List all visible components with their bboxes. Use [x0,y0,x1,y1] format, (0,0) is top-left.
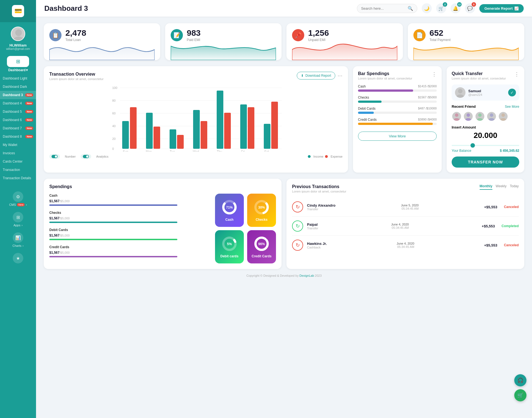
download-report-button[interactable]: ⬇ Download Report [297,72,335,80]
friend-avatar-1[interactable] [452,111,462,121]
sidebar-item-invoices[interactable]: Invoices [0,149,36,157]
arrow-right-icon: › [26,203,27,206]
chat-btn[interactable]: 💬 5 [465,3,475,13]
new-badge: New [25,127,33,130]
quick-transfer-card: Quick Transfer Lorem ipsum dolor sit ame… [447,66,524,173]
quick-transfer-title: Quick Transfer [452,71,506,76]
dashboard-icon-btn[interactable]: ⊞ [7,56,29,67]
contact-avatar [455,87,466,98]
tx-icon-canceled-1: ↻ [292,201,303,212]
svg-text:Wed: Wed [193,150,199,152]
total-loan-value: 2,478 [65,28,86,38]
floating-buttons: 🎧 🛒 [514,374,526,401]
sidebar-item-cards[interactable]: Cards Center [0,157,36,166]
transfer-now-button[interactable]: TRANSFER NOW [452,157,519,168]
tx-row-1: ↻ Cindy Alexandro Transfer June 5, 2020 … [292,198,519,217]
tab-weekly[interactable]: Weekly [496,184,507,190]
transaction-overview-card: Transaction Overview Lorem ipsum dolor s… [44,66,348,173]
total-payment-icon: 📄 [413,29,426,41]
cart-float-btn[interactable]: 🛒 [514,389,526,401]
donut-debit: 5% Debit cards [215,230,244,263]
sidebar-item-charts[interactable]: 📊 Charts › [0,230,36,250]
sidebar-item-dashboard7[interactable]: Dashboard 7 New [0,124,36,132]
gear-icon: ⚙ [13,191,23,202]
theme-toggle-btn[interactable]: 🌙 [422,3,432,13]
spending-bar-debit: Debit Cards $487 /$10000 [358,107,437,114]
download-icon: ⬇ [301,74,304,78]
amount-slider[interactable] [452,145,519,146]
tab-monthly[interactable]: Monthly [480,184,492,190]
sidebar-item-dashboard6[interactable]: Dashboard 6 New [0,116,36,124]
svg-rect-26 [240,104,247,149]
sidebar-logo[interactable]: 💳 [0,0,36,22]
dashboard-label[interactable]: Dashboard ▾ [8,68,28,72]
svg-point-38 [454,118,459,121]
svg-rect-31 [201,121,207,149]
friend-avatar-2[interactable] [463,111,473,121]
generate-report-button[interactable]: Generate Report 📈 [479,4,524,13]
tx-icon-canceled-3: ↻ [292,240,303,251]
svg-text:Tue: Tue [170,150,175,152]
svg-text:5%: 5% [227,242,232,246]
see-more-link[interactable]: See More [505,105,519,109]
tx-info-1: Cindy Alexandro Transfer [307,203,336,211]
shopping-cart-icon: 🛒 [517,392,523,398]
sidebar-item-dashboard3[interactable]: Dashboard 3 New [0,91,36,99]
tx-status-2: Completed [502,224,519,228]
bell-btn[interactable]: 🔔 12 [451,3,461,13]
svg-text:Thu: Thu [217,150,222,152]
more-options-icon[interactable]: ⋯ [337,73,342,79]
sidebar-item-wallet[interactable]: My Wallet [0,141,36,149]
spending-item-checks: Checks $1,567/$5,000 [49,211,209,223]
footer: Copyright © Designed & Developed by Dexi… [44,269,524,282]
sidebar-item-dashboard-light[interactable]: Dashboard Light [0,74,36,83]
insert-amount-label: Insert Amount [452,125,519,129]
footer-brand-link[interactable]: DexignLab [300,274,314,277]
cart-icon: 🛒 [438,6,444,11]
donut-checks: 30% Checks [247,194,276,227]
total-loan-icon: 📋 [49,29,62,41]
tx-row-2: ↻ Paipal Transfer June 4, 2020 05:34:45 … [292,217,519,236]
paid-emi-label: Paid EMI [187,38,201,42]
total-loan-label: Total Loan [65,38,86,42]
headset-icon: 🎧 [517,377,523,383]
friend-avatar-3[interactable] [475,111,485,121]
sidebar-item-dashboard-dark[interactable]: Dashboard Dark [0,83,36,91]
spendings-card: Spendings Cash $1,567/$5,000 Checks $1,5… [44,179,282,269]
analytics-toggle[interactable] [83,155,89,158]
friend-avatar-5[interactable] [498,111,508,121]
spending-bar-cash: Cash $1415 /$2000 [358,84,437,92]
tx-row-3: ↻ Hawkins Jr. Cashback June 4, 2020 05:3… [292,236,519,255]
tab-row: Monthly Weekly Today [480,184,519,190]
friend-avatar-4[interactable] [487,111,497,121]
sidebar-item-dashboard8[interactable]: Dashboard 8 New [0,132,36,141]
sidebar-item-dashboard5[interactable]: Dashboard 5 New [0,107,36,116]
search-input[interactable] [361,6,405,11]
cart-btn[interactable]: 🛒 2 [436,3,446,13]
prev-transactions-card: Previous Transactions Lorem ipsum dolor … [287,179,524,269]
view-more-button[interactable]: View More [358,132,437,141]
sidebar-item-dashboard4[interactable]: Dashboard 4 New [0,99,36,107]
sidebar-item-apps[interactable]: ⊞ Apps › [0,209,36,230]
search-icon: 🔍 [408,6,413,11]
tab-today[interactable]: Today [510,184,519,190]
main-content: Dashboard 3 🔍 🌙 🛒 2 🔔 12 💬 5 Gen [36,0,532,418]
help-float-btn[interactable]: 🎧 [514,374,526,386]
search-box[interactable]: 🔍 [357,4,417,13]
sidebar-item-favorites[interactable]: ★ [0,250,36,267]
sidebar-item-transaction-details[interactable]: Transaction Details [0,174,36,182]
number-toggle[interactable] [52,155,58,158]
stat-card-unpaid-emi: 📌 1,256 Unpaid EMI [287,23,403,60]
sidebar-item-transaction[interactable]: Transaction [0,166,36,174]
quick-transfer-more-icon[interactable]: ⋮ [514,71,519,77]
bar-spendings-more-icon[interactable]: ⋮ [432,71,437,77]
svg-rect-28 [130,107,137,149]
new-badge: New [25,118,33,122]
page-title: Dashboard 3 [44,4,88,13]
donut-cash-label: Cash [225,218,233,222]
sidebar-user: Hi,William william@gmail.com [0,22,36,53]
transfer-contact: Samuel @sam224 ✓ [452,84,519,101]
stat-card-paid-emi: 📝 983 Paid EMI [165,23,282,60]
new-badge: New [25,93,33,97]
sidebar-item-cms[interactable]: ⚙ CMS New › [0,189,36,209]
